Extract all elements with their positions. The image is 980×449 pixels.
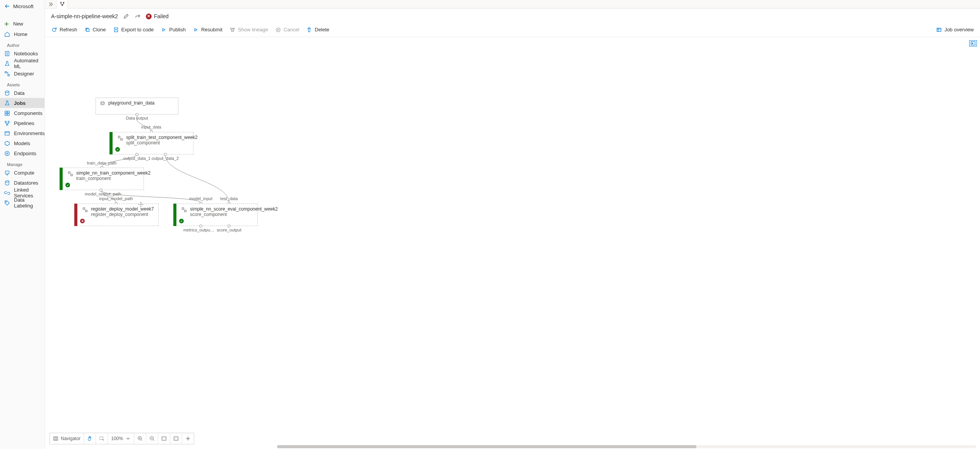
tab-pipeline[interactable] (56, 0, 68, 9)
sidebar-item-compute[interactable]: Compute (0, 168, 44, 178)
components-icon (4, 110, 10, 116)
node-register[interactable]: register_deploy_model_week7 register_dep… (74, 204, 159, 226)
move-handle-icon[interactable] (138, 202, 144, 207)
refresh-button[interactable]: Refresh (51, 27, 77, 33)
auto-layout-button[interactable] (182, 433, 194, 444)
pipelines-icon (4, 120, 10, 126)
data-icon (4, 90, 10, 96)
svg-rect-4 (5, 111, 7, 113)
show-lineage-button[interactable]: Show lineage (229, 27, 268, 33)
share-button[interactable] (134, 13, 141, 20)
sidebar-item-jobs[interactable]: Jobs (0, 98, 44, 108)
pipeline-tab-icon (60, 1, 65, 7)
clone-button[interactable]: Clone (84, 27, 106, 33)
node-score[interactable]: simple_nn_score_eval_component_week2 sco… (173, 204, 258, 226)
port-dot[interactable] (135, 153, 139, 156)
label: Data (14, 90, 24, 96)
status-text: Failed (154, 13, 169, 19)
zoom-in-icon (137, 436, 143, 441)
navigator-toggle[interactable]: Navigator (50, 433, 84, 444)
label: Models (14, 141, 30, 146)
svg-rect-6 (5, 113, 7, 115)
fit-screen-button[interactable] (158, 433, 170, 444)
svg-point-3 (5, 91, 9, 92)
edit-name-button[interactable] (123, 13, 130, 20)
endpoints-icon (4, 150, 10, 156)
publish-button[interactable]: Publish (161, 27, 186, 33)
node-train[interactable]: simple_nn_train_component_week2 train_co… (60, 168, 144, 190)
svg-rect-20 (86, 29, 89, 31)
scrollbar-thumb[interactable] (277, 445, 696, 448)
port-dot[interactable] (199, 224, 202, 228)
select-tool[interactable] (96, 433, 108, 444)
sidebar-item-linked-services[interactable]: Linked Services (0, 188, 44, 198)
canvas[interactable]: playground_train_data Data output input_… (45, 37, 980, 449)
export-icon (113, 27, 119, 33)
resubmit-button[interactable]: Resubmit (193, 27, 222, 33)
pan-tool[interactable] (84, 433, 96, 444)
port-dot[interactable] (99, 189, 103, 192)
minimap-toggle[interactable] (969, 40, 977, 46)
svg-rect-14 (5, 171, 9, 174)
svg-point-28 (101, 102, 104, 103)
node-dataset[interactable]: playground_train_data (96, 98, 178, 115)
svg-rect-11 (5, 131, 9, 135)
sidebar-item-components[interactable]: Components (0, 108, 44, 118)
sidebar-item-automated-ml[interactable]: Automated ML (0, 58, 44, 69)
plus-icon (4, 21, 9, 27)
actual-size-button[interactable] (170, 433, 182, 444)
clone-icon (84, 27, 91, 33)
navigator-bar: Navigator 100% (50, 433, 194, 444)
sidebar-item-designer[interactable]: Designer (0, 69, 44, 79)
delete-icon (306, 27, 312, 33)
sidebar-item-notebooks[interactable]: Notebooks (0, 48, 44, 58)
sidebar-item-home[interactable]: Home (0, 29, 44, 39)
port-dot[interactable] (164, 153, 167, 156)
port-dot[interactable] (227, 224, 231, 228)
svg-rect-5 (7, 111, 9, 113)
tab-expand[interactable] (45, 0, 56, 8)
new-button[interactable]: New (0, 19, 44, 29)
cancel-button[interactable]: Cancel (275, 27, 299, 33)
delete-button[interactable]: Delete (306, 27, 329, 33)
sidebar-item-environments[interactable]: Environments (0, 128, 44, 138)
cancel-icon (275, 27, 281, 33)
label: Show lineage (238, 27, 268, 33)
svg-rect-33 (83, 208, 85, 209)
port-score-output: score_output (217, 228, 241, 232)
job-overview-button[interactable]: Job overview (936, 27, 974, 33)
fit-screen-icon (161, 436, 167, 441)
label: Export to code (121, 27, 154, 33)
sidebar-item-pipelines[interactable]: Pipelines (0, 118, 44, 128)
label: Clone (93, 27, 106, 33)
horizontal-scrollbar[interactable] (277, 445, 976, 448)
svg-rect-36 (185, 210, 186, 212)
brand-back[interactable]: Microsoft (0, 0, 44, 12)
label: Components (14, 110, 43, 116)
pipeline-name: A-simple-nn-pipeline-week2 (51, 13, 118, 19)
node-split[interactable]: split_train_test_component_week2 split_c… (109, 132, 193, 154)
sidebar-item-datastores[interactable]: Datastores (0, 178, 44, 188)
labeling-icon (4, 200, 10, 206)
label: Cancel (284, 27, 299, 33)
sidebar-item-data[interactable]: Data (0, 88, 44, 98)
label: Delete (315, 27, 329, 33)
port-input-model-path: input_model_path (99, 196, 133, 201)
success-icon: ✓ (179, 219, 184, 223)
auto-layout-icon (185, 436, 191, 441)
publish-icon (161, 27, 167, 33)
export-button[interactable]: Export to code (113, 27, 154, 33)
zoom-display[interactable]: 100% (108, 433, 134, 444)
zoom-in-button[interactable] (134, 433, 146, 444)
svg-point-19 (62, 5, 63, 6)
svg-rect-26 (937, 28, 941, 31)
zoom-out-button[interactable] (146, 433, 158, 444)
pencil-icon (123, 14, 129, 19)
success-icon: ✓ (115, 147, 120, 152)
sidebar-item-models[interactable]: Models (0, 138, 44, 148)
sidebar-item-endpoints[interactable]: Endpoints (0, 148, 44, 158)
component-icon (181, 207, 187, 213)
sidebar-item-data-labeling[interactable]: Data Labeling (0, 198, 44, 208)
status-indicator (173, 204, 176, 226)
component-icon (118, 135, 123, 141)
